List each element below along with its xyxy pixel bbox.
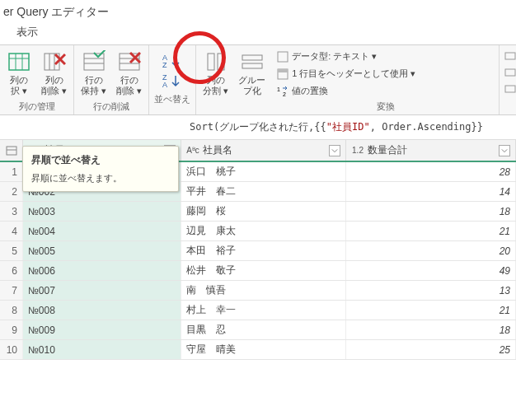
split-column-button[interactable]: 列の 分割 ▾ (201, 49, 230, 97)
table-icon (7, 50, 30, 73)
table-row[interactable]: 3№003藤岡 桜18 (0, 202, 516, 222)
svg-rect-7 (84, 54, 104, 70)
sort-ascending-button[interactable]: AZ (159, 52, 185, 70)
cell-id[interactable]: №006 (23, 261, 181, 280)
remove-columns-label: 列の 削除 ▾ (41, 75, 67, 96)
cell-name[interactable]: 平井 春二 (181, 182, 346, 201)
select-columns-label: 列の 択 ▾ (10, 75, 28, 96)
first-row-header-icon (277, 68, 288, 80)
split-column-label: 列の 分割 ▾ (203, 75, 228, 96)
row-number: 4 (0, 222, 23, 240)
table-row[interactable]: 5№005本田 裕子20 (0, 241, 516, 261)
group-by-button[interactable]: グルー プ化 (237, 49, 267, 97)
type-indicator-text: Aᴮc (186, 146, 199, 155)
row-number: 2 (0, 182, 23, 201)
cell-id[interactable]: №005 (23, 241, 181, 260)
cell-qty[interactable]: 21 (346, 222, 516, 240)
row-number: 3 (0, 202, 23, 221)
cell-qty[interactable]: 49 (346, 261, 516, 280)
table-row[interactable]: 10№010守屋 晴美25 (0, 340, 516, 360)
table-row[interactable]: 9№009目黒 忍18 (0, 320, 516, 340)
cell-qty[interactable]: 28 (346, 162, 516, 181)
cell-name[interactable]: 目黒 忍 (181, 320, 346, 339)
keep-rows-button[interactable]: 行の 保持 ▾ (79, 49, 108, 97)
remove-columns-button[interactable]: 列の 削除 ▾ (40, 49, 68, 97)
column-header-name[interactable]: Aᴮc社員名 (181, 140, 346, 161)
cell-qty[interactable]: 18 (346, 320, 516, 339)
ribbon-group-row-reduce: 行の 保持 ▾ 行の 削除 ▾ 行の削減 (74, 45, 149, 114)
cell-qty[interactable]: 25 (346, 340, 516, 359)
filter-dropdown-name[interactable] (329, 145, 340, 156)
cell-name[interactable]: 松井 敬子 (181, 261, 346, 280)
remove-rows-button[interactable]: 行の 削除 ▾ (115, 49, 143, 97)
cell-name[interactable]: 村上 幸一 (181, 301, 346, 320)
cell-id[interactable]: №010 (23, 340, 181, 359)
corner-cell[interactable] (0, 140, 23, 161)
group-label-row-reduce: 行の削減 (93, 100, 129, 113)
cell-qty[interactable]: 13 (346, 281, 516, 300)
cell-id[interactable]: №008 (23, 301, 181, 320)
svg-rect-18 (218, 54, 224, 70)
data-type-dropdown[interactable]: データ型: テキスト ▾ (277, 50, 494, 63)
cell-id[interactable]: №007 (23, 281, 181, 300)
row-number: 10 (0, 340, 23, 359)
column-header-qty[interactable]: 1.2数量合計 (346, 140, 516, 161)
cell-name[interactable]: 藤岡 桜 (181, 202, 346, 221)
cell-qty[interactable]: 14 (346, 182, 516, 201)
table-row[interactable]: 7№007南 慎吾13 (0, 281, 516, 301)
row-number: 8 (0, 301, 23, 320)
replace-values-button[interactable]: 12 値の置換 (277, 85, 494, 97)
ribbon-group-sort: AZ ZA 並べ替え (149, 45, 196, 114)
svg-rect-0 (9, 54, 29, 70)
type-indicator-number: 1.2 (351, 146, 364, 155)
ribbon-group-column-manage: 列の 択 ▾ 列の 削除 ▾ 列の管理 (0, 45, 74, 114)
cell-id[interactable]: №009 (23, 320, 181, 339)
group-label-column-manage: 列の管理 (19, 100, 55, 113)
svg-rect-21 (278, 52, 288, 62)
row-number: 5 (0, 241, 23, 260)
cell-qty[interactable]: 20 (346, 241, 516, 260)
remove-column-icon (43, 50, 66, 73)
split-column-icon (204, 50, 228, 73)
sort-asc-icon: AZ (161, 54, 184, 68)
row-number: 6 (0, 261, 23, 280)
menu-view[interactable]: 表示 (16, 26, 38, 38)
svg-rect-28 (505, 86, 515, 92)
use-first-row-header-button[interactable]: 1 行目をヘッダーとして使用 ▾ (277, 68, 494, 80)
formula-bar[interactable]: Sort(グループ化された行,{{"社員ID", Order.Ascending… (0, 115, 516, 140)
column-label-qty: 数量合計 (368, 143, 407, 157)
cell-qty[interactable]: 21 (346, 301, 516, 320)
cell-name[interactable]: 本田 裕子 (181, 241, 346, 260)
sort-ascending-tooltip: 昇順で並べ替え 昇順に並べ替えます。 (22, 146, 179, 192)
remove-rows-icon (118, 50, 141, 73)
table-row[interactable]: 6№006松井 敬子49 (0, 261, 516, 281)
svg-rect-27 (505, 69, 515, 76)
svg-rect-29 (7, 147, 16, 155)
svg-rect-20 (242, 63, 262, 68)
column-label-name: 社員名 (203, 143, 232, 157)
cell-name[interactable]: 浜口 桃子 (181, 162, 346, 181)
cell-id[interactable]: №004 (23, 222, 181, 240)
cell-name[interactable]: 南 慎吾 (181, 281, 346, 300)
cell-qty[interactable]: 18 (346, 202, 516, 221)
row-number: 9 (0, 320, 23, 339)
table-icon (6, 145, 17, 156)
cell-id[interactable]: №003 (23, 202, 181, 221)
misc-icon (504, 50, 516, 62)
remove-rows-label: 行の 削除 ▾ (116, 75, 142, 96)
tooltip-title: 昇順で並べ替え (31, 153, 170, 167)
svg-text:2: 2 (283, 91, 286, 97)
row-number: 1 (0, 162, 23, 181)
svg-text:A: A (162, 81, 167, 88)
sort-descending-button[interactable]: ZA (159, 72, 185, 90)
select-columns-button[interactable]: 列の 択 ▾ (5, 49, 33, 97)
cell-name[interactable]: 辺見 康太 (181, 222, 346, 240)
ribbon-group-transform: データ型: テキスト ▾ 1 行目をヘッダーとして使用 ▾ 12 値の置換 変換 (272, 45, 500, 114)
group-by-icon (241, 50, 264, 73)
keep-rows-icon (82, 50, 106, 73)
table-row[interactable]: 4№004辺見 康太21 (0, 222, 516, 241)
cell-name[interactable]: 守屋 晴美 (181, 340, 346, 359)
filter-dropdown-qty[interactable] (499, 145, 510, 156)
table-row[interactable]: 8№008村上 幸一21 (0, 301, 516, 320)
group-label-transform: 変換 (377, 100, 395, 113)
